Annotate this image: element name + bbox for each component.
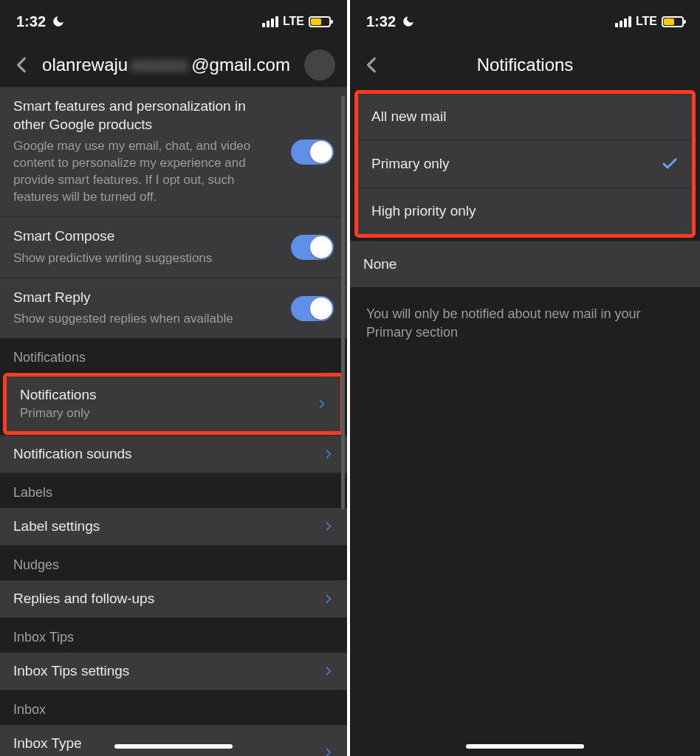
option-label: Primary only [371,156,450,172]
status-bar: 1:32 LTE [0,0,347,43]
section-header-labels: Labels [0,473,347,508]
signal-bars-icon [262,16,278,27]
section-header-inbox-tips: Inbox Tips [0,618,347,653]
smart-reply-row[interactable]: Smart Reply Show suggested replies when … [0,278,347,339]
notifications-title: Notifications [20,387,97,403]
smart-compose-toggle[interactable] [291,235,334,260]
smart-compose-row[interactable]: Smart Compose Show predictive writing su… [0,217,347,278]
option-label: None [363,256,397,272]
signal-bars-icon [615,16,631,27]
back-button[interactable] [362,55,382,75]
smart-compose-title: Smart Compose [13,227,281,246]
option-high-priority[interactable]: High priority only [358,188,692,234]
option-all-new-mail[interactable]: All new mail [358,94,692,140]
page-title: Notifications [391,55,659,75]
check-icon [661,155,679,173]
section-header-inbox: Inbox [0,690,347,725]
chevron-right-icon [317,399,327,409]
nav-header: Notifications [350,43,700,87]
inbox-tips-settings-row[interactable]: Inbox Tips settings [0,653,347,690]
smart-compose-subtitle: Show predictive writing suggestions [13,250,281,267]
options-highlight: All new mail Primary only High priority … [354,90,696,238]
smart-personalization-toggle[interactable] [291,140,334,165]
section-header-nudges: Nudges [0,546,347,580]
smart-reply-toggle[interactable] [291,296,334,321]
scrollbar[interactable] [341,96,345,509]
email-suffix: @gmail.com [191,55,290,75]
option-primary-only[interactable]: Primary only [358,140,692,188]
right-screenshot: 1:32 LTE Notifications All new mail Prim… [350,0,700,756]
smart-reply-title: Smart Reply [13,289,281,307]
options-footer-text: You will only be notified about new mail… [350,287,700,360]
chevron-left-icon [363,55,382,75]
inbox-type-title: Inbox Type [13,735,87,752]
option-label: All new mail [371,109,446,125]
home-indicator[interactable] [114,744,233,749]
battery-icon [309,16,331,27]
notification-sounds-row[interactable]: Notification sounds [0,435,347,473]
smart-personalization-subtitle: Google may use my email, chat, and video… [13,138,281,206]
notification-sounds-title: Notification sounds [13,446,132,462]
option-label: High priority only [371,203,476,219]
replies-followups-row[interactable]: Replies and follow-ups [0,580,347,618]
replies-followups-title: Replies and follow-ups [13,591,154,607]
inbox-type-row[interactable]: Inbox Type Default Inbox [0,725,347,756]
back-button[interactable] [12,55,32,75]
chevron-right-icon [323,747,334,756]
page-title-email: olanrewaju xxxxxx @gmail.com [41,55,291,75]
dnd-moon-icon [402,15,415,28]
label-settings-row[interactable]: Label settings [0,508,347,546]
notifications-subtitle: Primary only [20,406,97,421]
smart-personalization-row[interactable]: Smart features and personalization in ot… [0,87,347,217]
email-prefix: olanrewaju [42,55,128,75]
network-label: LTE [283,15,304,28]
avatar[interactable] [304,49,335,80]
smart-reply-subtitle: Show suggested replies when available [13,311,281,328]
chevron-left-icon [13,55,32,75]
chevron-right-icon [323,666,334,676]
battery-icon [662,16,684,27]
notifications-row[interactable]: Notifications Primary only [7,377,340,431]
status-time: 1:32 [16,13,46,30]
status-time: 1:32 [366,13,396,30]
option-none[interactable]: None [350,241,700,287]
inbox-tips-settings-title: Inbox Tips settings [13,663,129,679]
dnd-moon-icon [52,15,65,28]
smart-personalization-title: Smart features and personalization in ot… [13,97,281,134]
home-indicator[interactable] [466,744,584,749]
status-bar: 1:32 LTE [350,0,700,43]
label-settings-title: Label settings [13,518,100,535]
chevron-right-icon [323,594,334,604]
network-label: LTE [636,15,657,28]
email-redacted: xxxxxx [128,55,191,75]
left-screenshot: 1:32 LTE olanrewaju xxxxxx @gmail.com S [0,0,350,756]
notifications-highlight: Notifications Primary only [3,373,344,435]
chevron-right-icon [323,521,334,532]
section-header-notifications: Notifications [0,338,347,373]
chevron-right-icon [323,449,334,459]
nav-header: olanrewaju xxxxxx @gmail.com [0,43,347,87]
